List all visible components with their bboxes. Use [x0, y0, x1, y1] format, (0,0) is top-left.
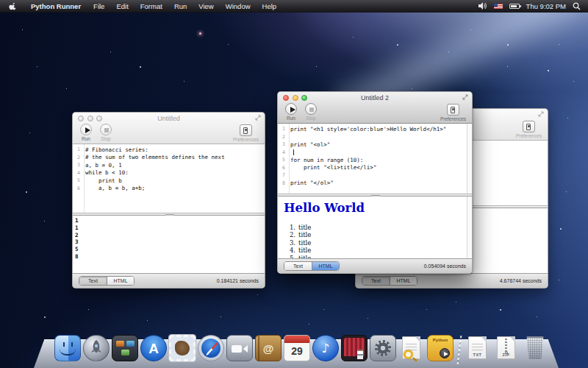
- list-item: 5.title: [284, 255, 466, 258]
- menu-window[interactable]: Window: [220, 2, 257, 10]
- stop-label: Stop: [101, 136, 110, 141]
- spotlight-icon[interactable]: [573, 2, 581, 10]
- facetime-icon[interactable]: [226, 335, 253, 361]
- code-line: print b: [82, 177, 122, 184]
- close-button[interactable]: [78, 116, 84, 121]
- window-title: Untitled: [157, 115, 180, 122]
- stop-icon: [309, 107, 314, 112]
- minimize-button[interactable]: [293, 95, 298, 101]
- menu-view[interactable]: View: [193, 2, 219, 10]
- preferences-button[interactable]: [240, 124, 252, 136]
- apple-menu[interactable]: [0, 0, 24, 12]
- menu-file[interactable]: File: [87, 2, 110, 10]
- resize-icon[interactable]: [538, 111, 544, 117]
- finder-icon[interactable]: [54, 335, 81, 361]
- system-preferences-icon[interactable]: [370, 335, 396, 361]
- app-store-icon[interactable]: [140, 335, 167, 361]
- tab-html[interactable]: HTML: [107, 277, 134, 285]
- tab-text[interactable]: Text: [362, 277, 390, 285]
- mail-icon[interactable]: [169, 335, 196, 361]
- resize-icon[interactable]: [462, 94, 468, 100]
- menu-help[interactable]: Help: [257, 2, 283, 10]
- zoom-button[interactable]: [301, 95, 307, 101]
- code-line: # Fibonacci series:: [82, 146, 148, 153]
- code-scrollbar[interactable]: [467, 124, 472, 194]
- output-mode-tabs: Text HTML: [79, 276, 135, 286]
- menu-app-name[interactable]: Python Runner: [24, 2, 87, 10]
- menu-run[interactable]: Run: [168, 2, 193, 10]
- line-number: 4: [278, 149, 287, 155]
- close-button[interactable]: [283, 95, 289, 101]
- mission-control-icon[interactable]: [112, 335, 138, 361]
- output-line: 3: [73, 238, 265, 246]
- switch-icon: [526, 124, 531, 130]
- preferences-button[interactable]: [447, 104, 459, 116]
- python-runner-icon[interactable]: Python: [427, 335, 453, 361]
- code-editor[interactable]: 1print "<h1 style='color:blue'>Hello Wor…: [278, 124, 472, 194]
- html-output-pane[interactable]: Hello World 1.title 2.title 3.title 4.ti…: [278, 197, 472, 258]
- menu-edit[interactable]: Edit: [110, 2, 134, 10]
- output-pane[interactable]: 1 1 2 3 5 8: [73, 216, 265, 273]
- preferences-button[interactable]: [523, 121, 535, 132]
- output-line: 8: [73, 253, 265, 261]
- address-book-icon[interactable]: [255, 335, 282, 361]
- tab-text[interactable]: Text: [284, 262, 312, 270]
- bottom-bar: Text HTML 4.676744 seconds: [356, 273, 548, 288]
- file-search-app-icon[interactable]: [398, 335, 425, 361]
- line-number: 2: [73, 155, 82, 160]
- txt-document-icon[interactable]: TXT: [465, 335, 491, 361]
- rocket-icon: [84, 336, 109, 361]
- code-line: for num in range (10):: [287, 157, 363, 163]
- stop-button[interactable]: [100, 124, 112, 135]
- line-number: 2: [278, 134, 287, 140]
- run-button[interactable]: [80, 124, 92, 135]
- code-line: while b < 10:: [82, 169, 129, 176]
- dock-divider: [456, 335, 462, 361]
- menu-clock[interactable]: Thu 9:02 PM: [526, 2, 566, 10]
- run-label: Run: [82, 136, 90, 141]
- line-number: 5: [278, 157, 287, 163]
- list-item: 3.title: [284, 239, 466, 247]
- run-button[interactable]: [285, 103, 297, 115]
- play-icon: [290, 107, 295, 113]
- output-mode-tabs: Text HTML: [362, 276, 417, 286]
- volume-icon[interactable]: [478, 2, 487, 10]
- itunes-icon[interactable]: [312, 335, 339, 361]
- preferences-label: Preferences: [516, 133, 542, 138]
- window-header[interactable]: Untitled Run Stop Preferences: [73, 113, 265, 144]
- tab-text[interactable]: Text: [79, 277, 107, 285]
- calendar-day: 29: [284, 343, 309, 360]
- resize-icon[interactable]: [255, 115, 261, 121]
- dock: 29 Python TXT ZIP: [54, 333, 548, 361]
- trash-icon[interactable]: [522, 335, 548, 361]
- minimize-button[interactable]: [87, 116, 93, 121]
- zip-document-icon[interactable]: ZIP: [493, 335, 520, 361]
- safari-icon[interactable]: [198, 335, 224, 361]
- tab-html[interactable]: HTML: [390, 277, 417, 285]
- code-line: print "<ol>": [287, 141, 330, 148]
- stop-icon: [104, 128, 109, 132]
- play-badge-icon: [440, 348, 450, 358]
- output-line: 5: [73, 246, 265, 253]
- zoom-button[interactable]: [96, 116, 102, 121]
- launchpad-icon[interactable]: [83, 335, 110, 361]
- tab-html[interactable]: HTML: [312, 262, 339, 270]
- list-item: 1.title: [284, 224, 466, 231]
- code-line: a, b = b, a+b;: [82, 185, 145, 191]
- output-line: 1: [73, 224, 265, 232]
- photo-booth-icon[interactable]: [341, 335, 368, 361]
- output-scrollbar[interactable]: [467, 197, 472, 258]
- line-number: 5: [73, 177, 82, 183]
- code-editor[interactable]: 1# Fibonacci series: 2# the sum of two e…: [73, 144, 265, 213]
- stop-button[interactable]: [305, 103, 317, 115]
- desktop: Python Runner File Edit Format Run View …: [0, 0, 588, 368]
- window-header[interactable]: Untitled 2 Run Stop Preferences: [278, 92, 472, 124]
- menu-format[interactable]: Format: [135, 2, 168, 10]
- hello-world-heading: Hello World: [284, 201, 466, 215]
- untitled-window: Untitled Run Stop Preferences: [72, 112, 265, 289]
- battery-icon[interactable]: [509, 4, 520, 9]
- us-flag-icon[interactable]: [494, 4, 503, 9]
- apple-icon: [9, 1, 17, 11]
- gutter-divider: [84, 144, 85, 213]
- calendar-icon[interactable]: 29: [284, 335, 310, 361]
